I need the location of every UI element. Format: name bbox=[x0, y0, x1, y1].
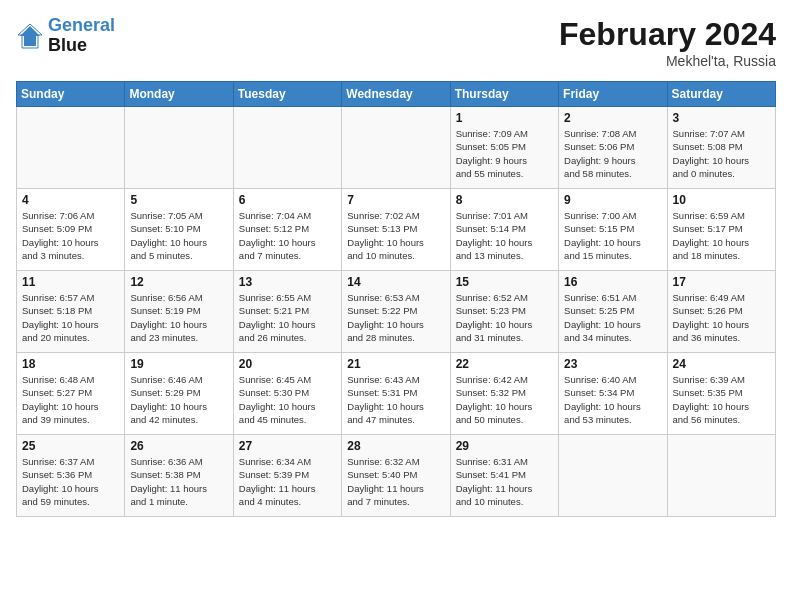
cell-week5-day2: 27Sunrise: 6:34 AMSunset: 5:39 PMDayligh… bbox=[233, 435, 341, 517]
cell-week4-day4: 22Sunrise: 6:42 AMSunset: 5:32 PMDayligh… bbox=[450, 353, 558, 435]
day-info: Sunrise: 6:42 AMSunset: 5:32 PMDaylight:… bbox=[456, 373, 553, 426]
cell-week4-day3: 21Sunrise: 6:43 AMSunset: 5:31 PMDayligh… bbox=[342, 353, 450, 435]
day-info: Sunrise: 6:51 AMSunset: 5:25 PMDaylight:… bbox=[564, 291, 661, 344]
week-row-1: 1Sunrise: 7:09 AMSunset: 5:05 PMDaylight… bbox=[17, 107, 776, 189]
day-info: Sunrise: 6:59 AMSunset: 5:17 PMDaylight:… bbox=[673, 209, 770, 262]
day-info: Sunrise: 6:57 AMSunset: 5:18 PMDaylight:… bbox=[22, 291, 119, 344]
cell-week3-day6: 17Sunrise: 6:49 AMSunset: 5:26 PMDayligh… bbox=[667, 271, 775, 353]
day-number: 1 bbox=[456, 111, 553, 125]
day-number: 17 bbox=[673, 275, 770, 289]
day-number: 24 bbox=[673, 357, 770, 371]
day-number: 4 bbox=[22, 193, 119, 207]
calendar-table: SundayMondayTuesdayWednesdayThursdayFrid… bbox=[16, 81, 776, 517]
header-friday: Friday bbox=[559, 82, 667, 107]
cell-week4-day0: 18Sunrise: 6:48 AMSunset: 5:27 PMDayligh… bbox=[17, 353, 125, 435]
day-number: 3 bbox=[673, 111, 770, 125]
day-number: 5 bbox=[130, 193, 227, 207]
day-info: Sunrise: 7:06 AMSunset: 5:09 PMDaylight:… bbox=[22, 209, 119, 262]
day-number: 21 bbox=[347, 357, 444, 371]
week-row-3: 11Sunrise: 6:57 AMSunset: 5:18 PMDayligh… bbox=[17, 271, 776, 353]
day-number: 27 bbox=[239, 439, 336, 453]
cell-week1-day0 bbox=[17, 107, 125, 189]
day-number: 12 bbox=[130, 275, 227, 289]
day-number: 2 bbox=[564, 111, 661, 125]
header-thursday: Thursday bbox=[450, 82, 558, 107]
cell-week5-day3: 28Sunrise: 6:32 AMSunset: 5:40 PMDayligh… bbox=[342, 435, 450, 517]
day-info: Sunrise: 6:53 AMSunset: 5:22 PMDaylight:… bbox=[347, 291, 444, 344]
day-number: 13 bbox=[239, 275, 336, 289]
cell-week5-day0: 25Sunrise: 6:37 AMSunset: 5:36 PMDayligh… bbox=[17, 435, 125, 517]
day-info: Sunrise: 7:02 AMSunset: 5:13 PMDaylight:… bbox=[347, 209, 444, 262]
day-number: 22 bbox=[456, 357, 553, 371]
day-number: 18 bbox=[22, 357, 119, 371]
day-info: Sunrise: 7:08 AMSunset: 5:06 PMDaylight:… bbox=[564, 127, 661, 180]
cell-week4-day6: 24Sunrise: 6:39 AMSunset: 5:35 PMDayligh… bbox=[667, 353, 775, 435]
day-number: 10 bbox=[673, 193, 770, 207]
cell-week2-day0: 4Sunrise: 7:06 AMSunset: 5:09 PMDaylight… bbox=[17, 189, 125, 271]
day-info: Sunrise: 6:36 AMSunset: 5:38 PMDaylight:… bbox=[130, 455, 227, 508]
cell-week5-day4: 29Sunrise: 6:31 AMSunset: 5:41 PMDayligh… bbox=[450, 435, 558, 517]
day-number: 23 bbox=[564, 357, 661, 371]
header-sunday: Sunday bbox=[17, 82, 125, 107]
cell-week5-day5 bbox=[559, 435, 667, 517]
cell-week1-day4: 1Sunrise: 7:09 AMSunset: 5:05 PMDaylight… bbox=[450, 107, 558, 189]
day-number: 29 bbox=[456, 439, 553, 453]
cell-week2-day2: 6Sunrise: 7:04 AMSunset: 5:12 PMDaylight… bbox=[233, 189, 341, 271]
cell-week2-day6: 10Sunrise: 6:59 AMSunset: 5:17 PMDayligh… bbox=[667, 189, 775, 271]
cell-week3-day2: 13Sunrise: 6:55 AMSunset: 5:21 PMDayligh… bbox=[233, 271, 341, 353]
day-info: Sunrise: 6:55 AMSunset: 5:21 PMDaylight:… bbox=[239, 291, 336, 344]
day-info: Sunrise: 7:09 AMSunset: 5:05 PMDaylight:… bbox=[456, 127, 553, 180]
cell-week1-day5: 2Sunrise: 7:08 AMSunset: 5:06 PMDaylight… bbox=[559, 107, 667, 189]
cell-week2-day4: 8Sunrise: 7:01 AMSunset: 5:14 PMDaylight… bbox=[450, 189, 558, 271]
cell-week3-day5: 16Sunrise: 6:51 AMSunset: 5:25 PMDayligh… bbox=[559, 271, 667, 353]
cell-week3-day1: 12Sunrise: 6:56 AMSunset: 5:19 PMDayligh… bbox=[125, 271, 233, 353]
header-saturday: Saturday bbox=[667, 82, 775, 107]
day-info: Sunrise: 6:37 AMSunset: 5:36 PMDaylight:… bbox=[22, 455, 119, 508]
cell-week2-day3: 7Sunrise: 7:02 AMSunset: 5:13 PMDaylight… bbox=[342, 189, 450, 271]
cell-week1-day6: 3Sunrise: 7:07 AMSunset: 5:08 PMDaylight… bbox=[667, 107, 775, 189]
header-tuesday: Tuesday bbox=[233, 82, 341, 107]
week-row-4: 18Sunrise: 6:48 AMSunset: 5:27 PMDayligh… bbox=[17, 353, 776, 435]
week-row-2: 4Sunrise: 7:06 AMSunset: 5:09 PMDaylight… bbox=[17, 189, 776, 271]
day-info: Sunrise: 7:00 AMSunset: 5:15 PMDaylight:… bbox=[564, 209, 661, 262]
day-info: Sunrise: 7:07 AMSunset: 5:08 PMDaylight:… bbox=[673, 127, 770, 180]
cell-week1-day3 bbox=[342, 107, 450, 189]
day-info: Sunrise: 6:31 AMSunset: 5:41 PMDaylight:… bbox=[456, 455, 553, 508]
day-info: Sunrise: 6:34 AMSunset: 5:39 PMDaylight:… bbox=[239, 455, 336, 508]
svg-marker-0 bbox=[20, 26, 40, 46]
cell-week3-day0: 11Sunrise: 6:57 AMSunset: 5:18 PMDayligh… bbox=[17, 271, 125, 353]
cell-week4-day2: 20Sunrise: 6:45 AMSunset: 5:30 PMDayligh… bbox=[233, 353, 341, 435]
cell-week4-day1: 19Sunrise: 6:46 AMSunset: 5:29 PMDayligh… bbox=[125, 353, 233, 435]
day-info: Sunrise: 7:05 AMSunset: 5:10 PMDaylight:… bbox=[130, 209, 227, 262]
calendar-header-row: SundayMondayTuesdayWednesdayThursdayFrid… bbox=[17, 82, 776, 107]
day-info: Sunrise: 6:32 AMSunset: 5:40 PMDaylight:… bbox=[347, 455, 444, 508]
header-wednesday: Wednesday bbox=[342, 82, 450, 107]
day-info: Sunrise: 6:52 AMSunset: 5:23 PMDaylight:… bbox=[456, 291, 553, 344]
day-info: Sunrise: 7:04 AMSunset: 5:12 PMDaylight:… bbox=[239, 209, 336, 262]
day-number: 8 bbox=[456, 193, 553, 207]
week-row-5: 25Sunrise: 6:37 AMSunset: 5:36 PMDayligh… bbox=[17, 435, 776, 517]
cell-week1-day1 bbox=[125, 107, 233, 189]
cell-week5-day6 bbox=[667, 435, 775, 517]
day-number: 25 bbox=[22, 439, 119, 453]
logo: GeneralBlue bbox=[16, 16, 115, 56]
day-number: 28 bbox=[347, 439, 444, 453]
day-number: 6 bbox=[239, 193, 336, 207]
day-number: 19 bbox=[130, 357, 227, 371]
header-monday: Monday bbox=[125, 82, 233, 107]
logo-icon bbox=[16, 22, 44, 50]
day-number: 7 bbox=[347, 193, 444, 207]
cell-week3-day3: 14Sunrise: 6:53 AMSunset: 5:22 PMDayligh… bbox=[342, 271, 450, 353]
cell-week3-day4: 15Sunrise: 6:52 AMSunset: 5:23 PMDayligh… bbox=[450, 271, 558, 353]
day-number: 16 bbox=[564, 275, 661, 289]
day-info: Sunrise: 6:56 AMSunset: 5:19 PMDaylight:… bbox=[130, 291, 227, 344]
day-info: Sunrise: 6:39 AMSunset: 5:35 PMDaylight:… bbox=[673, 373, 770, 426]
day-info: Sunrise: 6:45 AMSunset: 5:30 PMDaylight:… bbox=[239, 373, 336, 426]
page-header: GeneralBlue February 2024 Mekhel'ta, Rus… bbox=[16, 16, 776, 69]
day-number: 11 bbox=[22, 275, 119, 289]
day-info: Sunrise: 7:01 AMSunset: 5:14 PMDaylight:… bbox=[456, 209, 553, 262]
day-number: 9 bbox=[564, 193, 661, 207]
day-info: Sunrise: 6:40 AMSunset: 5:34 PMDaylight:… bbox=[564, 373, 661, 426]
month-title: February 2024 bbox=[559, 16, 776, 53]
cell-week5-day1: 26Sunrise: 6:36 AMSunset: 5:38 PMDayligh… bbox=[125, 435, 233, 517]
